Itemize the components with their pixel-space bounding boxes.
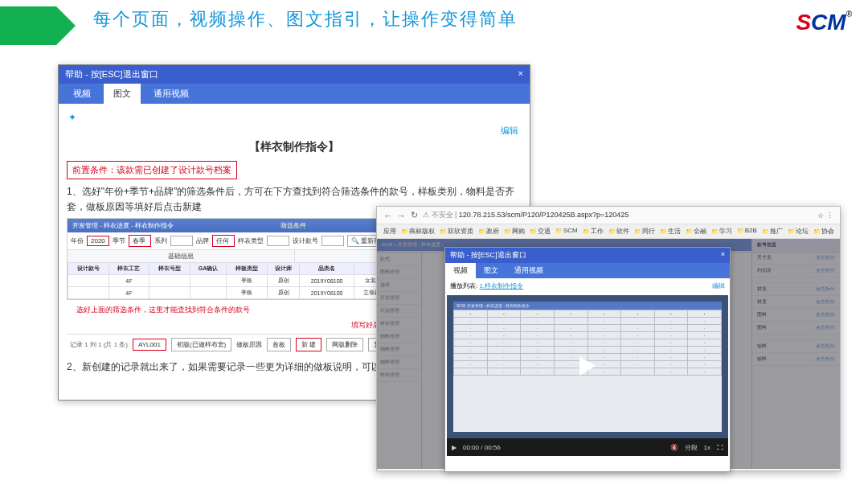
bookmark-item[interactable]: 生活 bbox=[660, 227, 681, 236]
style-code-input[interactable]: AYL001 bbox=[133, 339, 166, 351]
year-select[interactable]: 2020 bbox=[87, 236, 109, 246]
playlist-link[interactable]: 1.样衣制作指令 bbox=[479, 282, 523, 290]
tab-video[interactable]: 视频 bbox=[63, 84, 100, 104]
bookmark-item[interactable]: 同行 bbox=[634, 227, 655, 236]
bookmarks-bar: 应用商标版权双软资质政府网购交通SCM工作软件同行生活金融学习B2B推广论坛协会… bbox=[377, 224, 840, 239]
delete-button[interactable]: 网版删除 bbox=[326, 338, 363, 351]
bookmark-item[interactable]: 网购 bbox=[504, 227, 525, 236]
tab-text[interactable]: 图文 bbox=[104, 84, 141, 104]
bookmark-item[interactable]: 双软资质 bbox=[440, 227, 473, 236]
bookmark-item[interactable]: 交通 bbox=[530, 227, 551, 236]
note-new-button: 填写好后点击新建 bbox=[76, 320, 409, 331]
brand-select[interactable]: 任何 bbox=[212, 235, 235, 247]
fullscreen-icon[interactable]: ⛶ bbox=[717, 444, 723, 451]
pager-text: 记录 1 到 1 (共 1 条) bbox=[70, 340, 128, 349]
doc-title: 【样衣制作指令】 bbox=[67, 140, 522, 154]
video-controls: ▶ 00:00 / 00:56 🔇 分段 1x ⛶ bbox=[447, 438, 728, 456]
play-button[interactable]: ▶ bbox=[452, 444, 457, 451]
help-tabs: 视频 图文 通用视频 bbox=[59, 84, 530, 104]
banner-title: 每个页面，视频操作、图文指引，让操作变得简单 bbox=[93, 7, 518, 31]
bookmark-item[interactable]: 学习 bbox=[711, 227, 732, 236]
bookmark-item[interactable]: 应用 bbox=[383, 227, 396, 236]
scm-logo: SCM® bbox=[796, 10, 852, 35]
nav-reload-icon[interactable]: ↻ bbox=[411, 210, 418, 220]
tab-general[interactable]: 通用视频 bbox=[506, 263, 551, 278]
app-body: SCM » 开发管理 - 样衣进度 - 款式面料管理选择开发管理计划管理样衣管理… bbox=[377, 239, 840, 469]
edit-link[interactable]: 编辑 bbox=[67, 125, 522, 137]
nav-back-icon[interactable]: ← bbox=[383, 211, 392, 220]
help-title: 帮助 - 按[ESC]退出窗口 bbox=[65, 68, 158, 80]
tab-general[interactable]: 通用视频 bbox=[144, 84, 199, 104]
group-basic: 基础信息 bbox=[68, 250, 295, 262]
bookmark-item[interactable]: 协会 bbox=[813, 227, 834, 236]
tab-video[interactable]: 视频 bbox=[445, 263, 476, 278]
play-icon[interactable] bbox=[579, 356, 596, 376]
filter-note: 筛选条件 bbox=[280, 221, 306, 230]
edit-link[interactable]: 编辑 bbox=[712, 281, 725, 290]
bullet-icon: ✦ bbox=[68, 112, 522, 123]
bookmark-item[interactable]: 商标版权 bbox=[401, 227, 435, 236]
browser-toolbar: ← → ↻ ⚠ 不安全 | 120.78.215.53/scm/P120/P12… bbox=[377, 207, 840, 224]
modal-body: 播放列表: 1.样衣制作指令 编辑 bbox=[445, 278, 730, 294]
close-icon[interactable]: × bbox=[721, 250, 725, 261]
browser-window: ← → ↻ ⚠ 不安全 | 120.78.215.53/scm/P120/P12… bbox=[376, 206, 841, 471]
bookmark-item[interactable]: 论坛 bbox=[788, 227, 809, 236]
mute-icon[interactable]: 🔇 bbox=[670, 444, 678, 451]
browser-menu-icon[interactable]: ☆ ⋮ bbox=[817, 212, 833, 220]
modal-tabs: 视频 图文 通用视频 bbox=[445, 263, 730, 278]
bookmark-item[interactable]: B2B bbox=[737, 227, 757, 236]
precondition-box: 前置条件：该款需已创建了设计款号档案 bbox=[67, 161, 237, 179]
bookmark-item[interactable]: 金融 bbox=[686, 227, 706, 236]
banner-arrow-icon bbox=[56, 6, 76, 45]
bookmark-item[interactable]: 其他书签 bbox=[839, 227, 840, 236]
bookmark-item[interactable]: SCM bbox=[555, 227, 578, 236]
bookmark-item[interactable]: 软件 bbox=[608, 227, 629, 236]
bookmark-item[interactable]: 推广 bbox=[762, 227, 783, 236]
rate-button[interactable]: 1x bbox=[704, 444, 710, 451]
segment-button[interactable]: 分段 bbox=[685, 443, 698, 452]
bookmark-item[interactable]: 政府 bbox=[478, 227, 499, 236]
bookmark-item[interactable]: 工作 bbox=[583, 227, 604, 236]
page-banner: 每个页面，视频操作、图文指引，让操作变得简单 bbox=[0, 0, 868, 39]
banner-accent bbox=[0, 6, 56, 45]
url-bar[interactable]: ⚠ 不安全 | 120.78.215.53/scm/P120/P120425B.… bbox=[423, 210, 813, 220]
help-titlebar: 帮助 - 按[ESC]退出窗口 × bbox=[59, 65, 530, 84]
tab-text[interactable]: 图文 bbox=[476, 263, 506, 278]
help-window-video: 帮助 - 按[ESC]退出窗口 × 视频 图文 通用视频 播放列表: 1.样衣制… bbox=[444, 247, 731, 472]
video-time: 00:00 / 00:56 bbox=[463, 444, 501, 451]
modal-titlebar: 帮助 - 按[ESC]退出窗口 × bbox=[445, 248, 730, 263]
new-button[interactable]: 新 建 bbox=[296, 338, 321, 351]
close-icon[interactable]: × bbox=[518, 68, 523, 80]
video-player[interactable]: SCM 开发管理 - 样衣进度 - 样衣制作指令 ········ ······… bbox=[447, 295, 728, 456]
nav-forward-icon[interactable]: → bbox=[397, 211, 406, 220]
season-select[interactable]: 春季 bbox=[129, 235, 151, 247]
